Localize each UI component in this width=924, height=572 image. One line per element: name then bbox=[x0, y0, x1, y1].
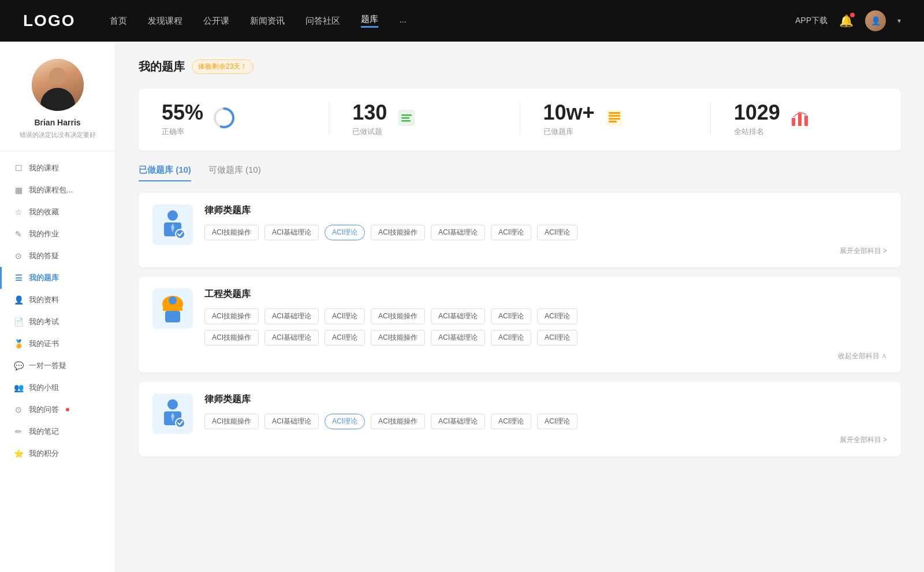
tag[interactable]: ACI基础理论 bbox=[264, 309, 319, 324]
tag[interactable]: ACI理论 bbox=[491, 330, 531, 346]
stat-ranking: 1029 全站排名 bbox=[711, 102, 901, 137]
tag[interactable]: ACI理论 bbox=[537, 309, 578, 324]
bank-card-lawyer-1-content: 律师类题库 ACI技能操作 ACI基础理论 ACI理论 ACI技能操作 ACI基… bbox=[204, 205, 887, 256]
tab-done-banks[interactable]: 已做题库 (10) bbox=[139, 165, 191, 181]
app-download-button[interactable]: APP下载 bbox=[795, 16, 828, 26]
tag[interactable]: ACI理论 bbox=[325, 309, 365, 324]
tag[interactable]: ACI技能操作 bbox=[371, 330, 425, 346]
accuracy-value: 55% bbox=[162, 102, 203, 123]
bank-card-engineer-content: 工程类题库 ACI技能操作 ACI基础理论 ACI理论 ACI技能操作 ACI基… bbox=[204, 288, 887, 361]
my-qa-icon: ⊙ bbox=[14, 405, 23, 414]
exams-icon: 📄 bbox=[14, 317, 23, 326]
nav-discover[interactable]: 发现课程 bbox=[148, 16, 182, 27]
sidebar-item-tutoring[interactable]: 💬 一对一答疑 bbox=[0, 355, 115, 377]
sidebar: Brian Harris 错误的决定比没有决定要好 ☐ 我的课程 ▦ 我的课程包… bbox=[0, 42, 116, 572]
tag[interactable]: ACI技能操作 bbox=[204, 414, 259, 429]
sidebar-profile: Brian Harris 错误的决定比没有决定要好 bbox=[0, 59, 115, 151]
svg-point-20 bbox=[169, 296, 177, 304]
tag-active[interactable]: ACI理论 bbox=[325, 225, 365, 240]
homework-icon: ✎ bbox=[14, 229, 23, 239]
tag[interactable]: ACI技能操作 bbox=[204, 330, 259, 346]
tag[interactable]: ACI理论 bbox=[537, 225, 578, 240]
tag[interactable]: ACI基础理论 bbox=[431, 414, 485, 429]
done-questions-label: 已做试题 bbox=[352, 127, 387, 137]
sidebar-item-certificates[interactable]: 🏅 我的证书 bbox=[0, 333, 115, 355]
user-avatar-nav[interactable]: 👤 bbox=[865, 10, 886, 31]
sidebar-item-favorites[interactable]: ☆ 我的收藏 bbox=[0, 201, 115, 223]
dropdown-arrow-icon[interactable]: ▾ bbox=[897, 17, 901, 25]
tag[interactable]: ACI理论 bbox=[491, 225, 531, 240]
sidebar-item-my-qa[interactable]: ⊙ 我的问答 bbox=[0, 399, 115, 421]
answers-icon: ⊙ bbox=[14, 251, 23, 261]
bank-card-lawyer-2-content: 律师类题库 ACI技能操作 ACI基础理论 ACI理论 ACI技能操作 ACI基… bbox=[204, 393, 887, 445]
done-banks-value: 10w+ bbox=[543, 102, 595, 123]
bank-card-lawyer-1-title: 律师类题库 bbox=[204, 205, 887, 217]
tag[interactable]: ACI技能操作 bbox=[204, 225, 259, 240]
tag[interactable]: ACI理论 bbox=[491, 309, 531, 324]
sidebar-item-answers[interactable]: ⊙ 我的答疑 bbox=[0, 245, 115, 267]
tab-available-banks[interactable]: 可做题库 (10) bbox=[208, 165, 261, 181]
sidebar-item-courses[interactable]: ☐ 我的课程 bbox=[0, 157, 115, 179]
svg-rect-12 bbox=[798, 113, 802, 126]
tag[interactable]: ACI基础理论 bbox=[264, 330, 319, 346]
sidebar-item-question-bank[interactable]: ☰ 我的题库 bbox=[0, 267, 115, 289]
ranking-label: 全站排名 bbox=[734, 127, 780, 137]
ranking-value: 1029 bbox=[734, 102, 780, 123]
points-icon: ⭐ bbox=[14, 449, 23, 458]
packages-icon: ▦ bbox=[14, 185, 23, 195]
tag[interactable]: ACI基础理论 bbox=[431, 330, 485, 346]
tag-active[interactable]: ACI理论 bbox=[325, 414, 365, 429]
tag[interactable]: ACI理论 bbox=[537, 414, 578, 429]
svg-rect-9 bbox=[609, 118, 620, 120]
tag[interactable]: ACI基础理论 bbox=[264, 414, 319, 429]
svg-rect-11 bbox=[792, 118, 795, 126]
page-layout: Brian Harris 错误的决定比没有决定要好 ☐ 我的课程 ▦ 我的课程包… bbox=[0, 42, 924, 572]
tag[interactable]: ACI技能操作 bbox=[371, 309, 425, 324]
notification-bell-icon[interactable]: 🔔 bbox=[839, 14, 854, 28]
collapse-link-engineer[interactable]: 收起全部科目 ∧ bbox=[204, 351, 887, 361]
tag[interactable]: ACI基础理论 bbox=[264, 225, 319, 240]
certificates-icon: 🏅 bbox=[14, 339, 23, 348]
nav-news[interactable]: 新闻资讯 bbox=[250, 16, 285, 27]
avatar-inner: 👤 bbox=[865, 10, 886, 31]
tutoring-icon: 💬 bbox=[14, 361, 23, 370]
tag[interactable]: ACI技能操作 bbox=[371, 414, 425, 429]
page-title: 我的题库 bbox=[139, 59, 185, 75]
question-bank-icon: ☰ bbox=[14, 273, 23, 283]
tag[interactable]: ACI基础理论 bbox=[431, 309, 485, 324]
sidebar-menu: ☐ 我的课程 ▦ 我的课程包... ☆ 我的收藏 ✎ 我的作业 ⊙ 我的答疑 ☰… bbox=[0, 157, 115, 465]
svg-point-22 bbox=[167, 399, 178, 410]
expand-link-2[interactable]: 展开全部科目 > bbox=[204, 435, 887, 445]
sidebar-item-notes[interactable]: ✏ 我的笔记 bbox=[0, 421, 115, 443]
sidebar-item-points[interactable]: ⭐ 我的积分 bbox=[0, 443, 115, 465]
svg-rect-19 bbox=[163, 307, 182, 311]
tag[interactable]: ACI技能操作 bbox=[204, 309, 259, 324]
svg-point-17 bbox=[176, 229, 185, 239]
logo: LOGO bbox=[23, 12, 75, 30]
lawyer-icon-1 bbox=[152, 205, 193, 245]
tag[interactable]: ACI理论 bbox=[491, 414, 531, 429]
qa-notification-dot bbox=[66, 408, 69, 411]
sidebar-item-homework[interactable]: ✎ 我的作业 bbox=[0, 223, 115, 245]
done-banks-icon bbox=[604, 107, 625, 132]
bank-card-lawyer-2: 律师类题库 ACI技能操作 ACI基础理论 ACI理论 ACI技能操作 ACI基… bbox=[139, 382, 901, 456]
nav-questions[interactable]: 题库 bbox=[361, 14, 378, 28]
tag[interactable]: ACI基础理论 bbox=[431, 225, 485, 240]
nav-opencourse[interactable]: 公开课 bbox=[203, 16, 229, 27]
expand-link-1[interactable]: 展开全部科目 > bbox=[204, 246, 887, 256]
tag[interactable]: ACI技能操作 bbox=[371, 225, 425, 240]
notes-icon: ✏ bbox=[14, 427, 23, 436]
favorites-icon: ☆ bbox=[14, 207, 23, 217]
nav-qa[interactable]: 问答社区 bbox=[305, 16, 340, 27]
nav-home[interactable]: 首页 bbox=[110, 16, 127, 27]
stats-row: 55% 正确率 130 已做试题 bbox=[139, 88, 901, 151]
nav-more[interactable]: ··· bbox=[399, 16, 407, 26]
sidebar-item-groups[interactable]: 👥 我的小组 bbox=[0, 377, 115, 399]
sidebar-item-packages[interactable]: ▦ 我的课程包... bbox=[0, 179, 115, 201]
tag[interactable]: ACI理论 bbox=[537, 330, 578, 346]
sidebar-item-profile[interactable]: 👤 我的资料 bbox=[0, 289, 115, 311]
avatar bbox=[32, 59, 84, 111]
stat-accuracy: 55% 正确率 bbox=[139, 102, 329, 137]
tag[interactable]: ACI理论 bbox=[325, 330, 365, 346]
sidebar-item-exams[interactable]: 📄 我的考试 bbox=[0, 311, 115, 333]
